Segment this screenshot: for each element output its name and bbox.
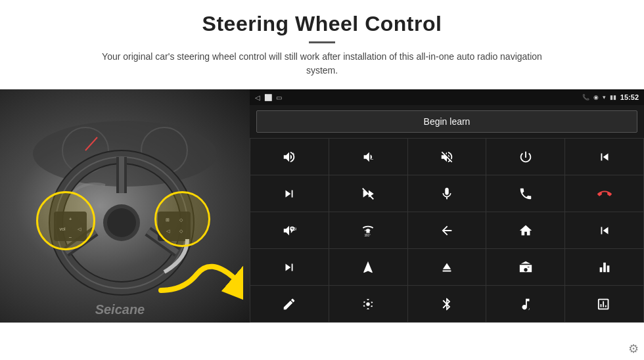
arrow-container	[158, 254, 243, 303]
vol-down-button[interactable]: −	[329, 139, 407, 175]
time-display: 15:52	[620, 93, 639, 101]
seek-fwd-button[interactable]	[329, 175, 407, 212]
begin-learn-button[interactable]: Begin learn	[256, 110, 637, 133]
mute-button[interactable]	[408, 139, 486, 175]
svg-point-14	[107, 208, 136, 237]
phone-answer-button[interactable]	[486, 175, 564, 212]
battery-icon: ▮▮	[610, 94, 616, 101]
horn-button[interactable]: 360	[250, 212, 329, 248]
recents-nav-icon[interactable]: ▭	[276, 94, 282, 101]
status-bar-left: ◁ ⬜ ▭	[255, 94, 282, 101]
back-button[interactable]	[408, 212, 486, 248]
next-button[interactable]	[250, 175, 329, 212]
bluetooth-button[interactable]	[408, 286, 486, 322]
page-title: Steering Wheel Control	[26, 12, 618, 36]
phone-end-button[interactable]	[565, 175, 643, 212]
settings-gear-icon[interactable]: ⚙	[628, 342, 639, 356]
begin-learn-row: Begin learn	[250, 105, 644, 138]
power-button[interactable]	[486, 139, 564, 175]
nav-button[interactable]	[329, 249, 407, 285]
360-cam-button[interactable]: 360°	[329, 212, 407, 248]
pen-button[interactable]	[250, 286, 329, 322]
highlight-left	[36, 191, 95, 250]
menu-button[interactable]	[329, 286, 407, 322]
subtitle: Your original car's steering wheel contr…	[92, 50, 552, 78]
status-bar-right: 📞 ◉ ▾ ▮▮ 15:52	[582, 93, 639, 101]
svg-point-33	[366, 302, 370, 306]
svg-text:+: +	[292, 151, 295, 157]
vol-up-button[interactable]: +	[250, 139, 329, 175]
header-section: Steering Wheel Control Your original car…	[0, 0, 644, 84]
headunit-screen: ◁ ⬜ ▭ 📞 ◉ ▾ ▮▮ 15:52 Begin learn	[250, 89, 644, 323]
status-bar: ◁ ⬜ ▭ 📞 ◉ ▾ ▮▮ 15:52	[250, 89, 644, 105]
wifi-icon: ▾	[603, 94, 606, 101]
phone-status-icon: 📞	[582, 94, 589, 101]
content-section: + vol ◁ − ⊞ ◇ ◁ ◇	[0, 89, 644, 360]
highlight-right	[154, 191, 210, 247]
yellow-arrow	[158, 254, 243, 300]
car-background: + vol ◁ − ⊞ ◇ ◁ ◇	[0, 89, 250, 323]
seicane-watermark: Seicane	[95, 302, 145, 317]
eq2-button[interactable]	[565, 286, 643, 322]
eq-button[interactable]	[565, 249, 643, 285]
radio-button[interactable]	[486, 249, 564, 285]
svg-text:♪: ♪	[528, 307, 530, 311]
svg-text:360: 360	[291, 227, 296, 231]
car-image: + vol ◁ − ⊞ ◇ ◁ ◇	[0, 89, 250, 323]
back-nav-icon[interactable]: ◁	[255, 94, 260, 101]
page-container: Steering Wheel Control Your original car…	[0, 0, 644, 360]
home-nav-icon[interactable]: ⬜	[264, 94, 272, 101]
title-divider	[309, 41, 335, 43]
home-button[interactable]	[486, 212, 564, 248]
music-button[interactable]: ♪	[486, 286, 564, 322]
controls-grid: + −	[250, 138, 644, 323]
svg-text:360°: 360°	[365, 234, 371, 237]
skip-fwd-button[interactable]	[250, 249, 329, 285]
prev-track-button[interactable]	[565, 139, 643, 175]
svg-text:−: −	[371, 156, 374, 162]
mic-button[interactable]	[408, 175, 486, 212]
eject-button[interactable]	[408, 249, 486, 285]
skip-back-button[interactable]	[565, 212, 643, 248]
location-icon: ◉	[593, 94, 599, 101]
